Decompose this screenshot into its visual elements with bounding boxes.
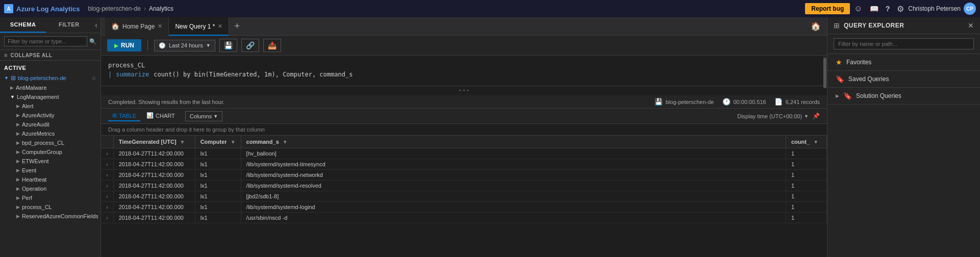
smiley-icon[interactable]: ☺ <box>854 4 862 13</box>
tab-active[interactable]: New Query 1 * ✕ <box>169 17 229 36</box>
share-button[interactable]: 🔗 <box>241 39 259 52</box>
view-chart-label: CHART <box>156 113 175 119</box>
sidebar-item-bpd[interactable]: ▶ bpd_process_CL <box>0 138 100 147</box>
tab-active-close[interactable]: ✕ <box>218 23 222 30</box>
cell-command: /lib/systemd/systemd-logind <box>241 202 786 213</box>
editor-area[interactable]: process_CL | summarize count() by bin(Ti… <box>101 56 827 86</box>
th-computer: Computer ▼ <box>195 136 241 148</box>
export-button[interactable]: 📤 <box>263 39 281 52</box>
sidebar-search-input[interactable] <box>4 36 87 46</box>
run-button[interactable]: ▶ RUN <box>107 39 141 52</box>
active-section-header: ACTIVE <box>0 63 100 73</box>
row-expand[interactable]: › <box>101 181 113 191</box>
view-chart-button[interactable]: 📊 CHART <box>142 111 179 121</box>
row-expand[interactable]: › <box>101 148 113 159</box>
filter-icon-count[interactable]: ▼ <box>813 139 818 145</box>
editor-pipe: | <box>108 70 112 79</box>
table-row: › 2018-04-27T11:42:00.000 lx1 /lib/syste… <box>101 170 827 181</box>
chevron-down-icon: ▼ <box>804 114 809 119</box>
help-icon[interactable]: ? <box>886 5 890 13</box>
time-range-label: Last 24 hours <box>169 42 203 48</box>
editor-line-2: | summarize count() by bin(TimeGenerated… <box>108 70 820 79</box>
row-expand[interactable]: › <box>101 213 113 223</box>
sidebar-item-azureaudit[interactable]: ▶ AzureAudit <box>0 120 100 129</box>
editor-resize-handle[interactable]: • • • <box>101 86 827 95</box>
settings-icon[interactable]: ⚙ <box>897 4 904 14</box>
sidebar-item-label: Alert <box>22 103 34 109</box>
sidebar-item-etwevent[interactable]: ▶ ETWEvent <box>0 157 100 166</box>
tab-bar: 🏠 Home Page ✕ New Query 1 * ✕ + 🏠 <box>101 17 827 36</box>
sidebar-item-azureactivity[interactable]: ▶ AzureActivity <box>0 111 100 120</box>
main-layout: SCHEMA FILTER ‹ 🔍 ≡ COLLAPSE ALL ACTIVE … <box>0 17 980 257</box>
right-panel-search <box>827 34 980 54</box>
results-workspace: 💾 blog-peterschen-de <box>655 98 714 106</box>
sidebar-item-heartbeat[interactable]: ▶ Heartbeat <box>0 175 100 184</box>
user-area[interactable]: Christoph Petersen CP <box>908 3 976 15</box>
query-explorer-search-input[interactable] <box>834 38 974 49</box>
star-icon[interactable]: ☆ <box>91 75 96 82</box>
workspace-icon: 💾 <box>655 98 663 106</box>
filter-icon-command[interactable]: ▼ <box>283 139 288 145</box>
chevron-right-icon: ▶ <box>16 113 20 118</box>
row-expand[interactable]: › <box>101 159 113 170</box>
tab-schema[interactable]: SCHEMA <box>0 17 46 33</box>
row-expand[interactable]: › <box>101 191 113 202</box>
sidebar-item-computergroup[interactable]: ▶ ComputerGroup <box>0 147 100 157</box>
sidebar-item-logmanagement[interactable]: ▼ LogManagement <box>0 92 100 101</box>
sidebar-item-label: AzureMetrics <box>22 131 55 137</box>
workspace-icon: ⊞ <box>11 74 16 82</box>
chevron-down-icon: ▼ <box>206 43 211 48</box>
clock-icon: 🕐 <box>722 98 731 106</box>
tab-home-close[interactable]: ✕ <box>158 23 162 30</box>
row-expand[interactable]: › <box>101 202 113 213</box>
sidebar-item-event[interactable]: ▶ Event <box>0 166 100 175</box>
view-table-button[interactable]: ⊞ TABLE <box>108 111 140 121</box>
pin-icon[interactable]: 📌 <box>813 113 820 119</box>
cell-computer: lx1 <box>195 148 241 159</box>
row-expand[interactable]: › <box>101 170 113 181</box>
editor-scrollbar-thumb <box>823 58 826 88</box>
cell-count: 1 <box>786 148 827 159</box>
sidebar-item-processcl[interactable]: ▶ process_CL <box>0 202 100 212</box>
save-button[interactable]: 💾 <box>219 39 237 52</box>
book-icon[interactable]: 📖 <box>870 5 878 13</box>
sidebar-item-antimalware[interactable]: ▶ AntiMalware <box>0 83 100 92</box>
report-bug-button[interactable]: Report bug <box>805 3 850 14</box>
columns-button[interactable]: Columns ▼ <box>185 111 222 121</box>
filter-icon-computer[interactable]: ▼ <box>231 139 236 145</box>
breadcrumb-workspace[interactable]: blog-peterschen-de <box>88 5 140 12</box>
display-time[interactable]: Display time (UTC+00:00) ▼ 📌 <box>737 113 820 119</box>
cell-time: 2018-04-27T11:42:00.000 <box>113 213 195 223</box>
home-icon: 🏠 <box>111 22 119 30</box>
query-explorer-favorites[interactable]: ★ Favorites <box>827 54 980 71</box>
sidebar-collapse-arrow[interactable]: ‹ <box>92 17 100 33</box>
home-button[interactable]: 🏠 <box>805 21 827 31</box>
sidebar-item-workspace[interactable]: ▼ ⊞ blog-peterschen-de ☆ <box>0 73 100 83</box>
editor-scrollbar[interactable] <box>823 56 827 86</box>
results-duration-value: 00:00:00.516 <box>734 99 766 105</box>
query-explorer-solution[interactable]: ▶ 🔖 Solution Queries <box>827 88 980 105</box>
sidebar-item-perf[interactable]: ▶ Perf <box>0 193 100 202</box>
right-panel-close-button[interactable]: ✕ <box>968 21 974 30</box>
saved-icon: 🔖 <box>836 75 844 83</box>
sidebar-item-alert[interactable]: ▶ Alert <box>0 101 100 111</box>
tab-home[interactable]: 🏠 Home Page ✕ <box>105 17 169 36</box>
top-bar-icons: ☺ 📖 ? ⚙ <box>854 4 904 14</box>
collapse-all-button[interactable]: ≡ COLLAPSE ALL <box>0 50 100 61</box>
tab-home-label: Home Page <box>122 23 155 30</box>
sidebar-scroll: ACTIVE ▼ ⊞ blog-peterschen-de ☆ ▶ AntiMa… <box>0 61 100 257</box>
tab-filter[interactable]: FILTER <box>46 17 92 33</box>
breadcrumb-sep: › <box>144 5 146 12</box>
sidebar-item-operation[interactable]: ▶ Operation <box>0 184 100 193</box>
workspace-name: blog-peterschen-de <box>18 75 66 81</box>
sidebar-item-azuremetrics[interactable]: ▶ AzureMetrics <box>0 129 100 138</box>
cell-command: /lib/systemd/systemd-resolved <box>241 181 786 191</box>
time-range-picker[interactable]: 🕐 Last 24 hours ▼ <box>154 40 215 52</box>
sidebar-item-reserved[interactable]: ▶ ReservedAzureCommonFields <box>0 212 100 221</box>
query-toolbar: ▶ RUN 🕐 Last 24 hours ▼ 💾 🔗 📤 <box>101 36 827 56</box>
tab-add-button[interactable]: + <box>229 21 245 32</box>
th-timegenerated: TimeGenerated [UTC] ▼ <box>113 136 195 148</box>
filter-icon-time[interactable]: ▼ <box>180 139 185 145</box>
query-explorer-saved[interactable]: 🔖 Saved Queries <box>827 71 980 88</box>
query-explorer-icon: ⊞ <box>834 21 840 30</box>
